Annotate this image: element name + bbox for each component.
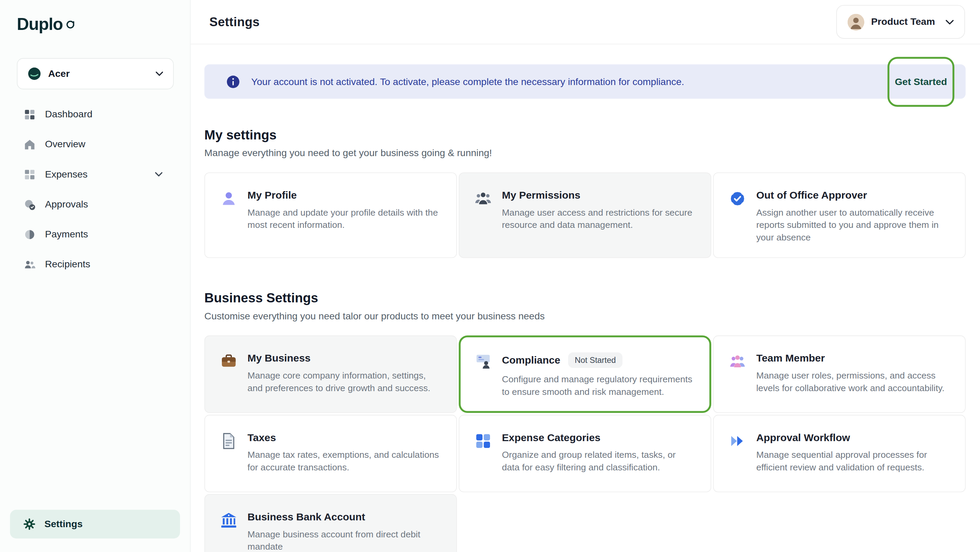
page-title: Settings — [209, 14, 259, 29]
account-menu[interactable]: Product Team — [836, 5, 965, 39]
card-description: Manage user roles, permissions, and acce… — [756, 370, 949, 394]
app-window: Duplo Acer Dashboard — [0, 0, 980, 552]
business-settings-card-grid: My Business Manage core company informat… — [205, 335, 966, 552]
section-subtitle: Manage everything you need to get your b… — [205, 147, 966, 159]
settings-card-out-of-office-approver[interactable]: Out of Office Approver Assign another us… — [713, 173, 966, 258]
expenses-grid-icon — [23, 168, 36, 180]
main-area: Settings Product Team Your account is no… — [191, 0, 980, 552]
sidebar-nav: Dashboard Overview Expenses — [0, 99, 190, 279]
settings-card-expense-categories[interactable]: Expense Categories Organize and group re… — [459, 415, 711, 492]
settings-card-my-business[interactable]: My Business Manage core company informat… — [205, 335, 457, 413]
bank-icon — [220, 512, 239, 529]
card-title: Taxes — [247, 431, 276, 444]
section-subtitle: Customise everything you need talor our … — [205, 311, 966, 322]
my-settings-card-grid: My Profile Manage and update your profil… — [205, 173, 966, 258]
card-title: Out of Office Approver — [756, 189, 867, 201]
card-description: Manage user access and restrictions for … — [502, 206, 695, 231]
brand-logo-text: Duplo — [17, 15, 63, 34]
workflow-arrows-icon — [729, 432, 748, 450]
settings-card-compliance[interactable]: Compliance Not Started Configure and man… — [459, 335, 711, 413]
section-title: Business Settings — [205, 290, 966, 305]
team-member-icon — [729, 353, 748, 370]
card-description: Assign another user to automatically rec… — [756, 206, 949, 244]
sidebar-item-label: Expenses — [45, 169, 88, 180]
card-description: Manage sequential approval processes for… — [756, 449, 949, 473]
out-of-office-badge-icon — [729, 190, 748, 207]
chevron-down-icon — [946, 19, 954, 25]
banner-message: Your account is not activated. To activa… — [251, 76, 684, 87]
card-title: Approval Workflow — [756, 431, 850, 444]
settings-card-business-bank-account[interactable]: Business Bank Account Manage business ac… — [205, 494, 457, 552]
payments-coin-icon — [23, 228, 36, 240]
sidebar-item-expenses[interactable]: Expenses — [0, 159, 190, 189]
settings-card-taxes[interactable]: Taxes Manage tax rates, exemptions, and … — [205, 415, 457, 492]
gear-icon — [23, 518, 36, 531]
dashboard-icon — [23, 108, 36, 121]
chevron-down-icon — [155, 172, 163, 177]
card-title: Expense Categories — [502, 431, 601, 444]
card-description: Configure and manage regulatory requirem… — [502, 373, 695, 398]
status-badge: Not Started — [568, 352, 623, 368]
briefcase-icon — [220, 353, 239, 370]
stage: Duplo Acer Dashboard — [0, 0, 980, 552]
profile-icon — [220, 190, 239, 207]
duplo-logo-mark-icon — [66, 21, 76, 30]
sidebar: Duplo Acer Dashboard — [0, 0, 191, 552]
get-started-highlight-annotation: Get Started — [888, 57, 955, 106]
sidebar-item-label: Dashboard — [45, 109, 92, 120]
sidebar-item-payments[interactable]: Payments — [0, 219, 190, 249]
sidebar-item-label: Approvals — [45, 198, 88, 210]
brand-logo: Duplo — [0, 0, 190, 34]
settings-card-my-permissions[interactable]: My Permissions Manage user access and re… — [459, 173, 711, 258]
sidebar-footer: Settings — [0, 510, 190, 538]
get-started-button[interactable]: Get Started — [895, 76, 947, 87]
activation-banner: Your account is not activated. To activa… — [205, 64, 966, 98]
sidebar-item-recipients[interactable]: Recipients — [0, 249, 190, 279]
card-description: Manage core company information, setting… — [247, 370, 440, 394]
sidebar-item-dashboard[interactable]: Dashboard — [0, 99, 190, 129]
top-bar: Settings Product Team — [191, 0, 980, 44]
company-name: Acer — [48, 68, 149, 79]
recipients-people-icon — [23, 258, 36, 270]
chevron-down-icon — [156, 71, 163, 76]
card-title: My Profile — [247, 189, 297, 201]
card-description: Organize and group related items, tasks,… — [502, 449, 695, 473]
company-logo-icon — [27, 67, 41, 81]
sidebar-item-label: Overview — [45, 139, 86, 150]
approvals-check-icon — [23, 198, 36, 210]
account-label: Product Team — [871, 16, 935, 27]
card-description: Manage tax rates, exemptions, and calcul… — [247, 449, 440, 473]
sidebar-item-label: Recipients — [45, 259, 90, 270]
card-title: Business Bank Account — [247, 511, 365, 523]
card-title: My Permissions — [502, 189, 581, 201]
settings-content: Your account is not activated. To activa… — [191, 44, 980, 552]
sidebar-item-label: Payments — [45, 228, 88, 240]
card-description: Manage and update your profile details w… — [247, 206, 440, 231]
section-my-settings: My settings Manage everything you need t… — [205, 127, 966, 258]
sidebar-item-label: Settings — [44, 518, 82, 530]
avatar — [847, 13, 864, 30]
info-icon — [226, 75, 240, 88]
card-description: Manage business account from direct debi… — [247, 528, 440, 552]
card-title: My Business — [247, 352, 310, 364]
company-selector[interactable]: Acer — [17, 58, 174, 89]
settings-card-my-profile[interactable]: My Profile Manage and update your profil… — [205, 173, 457, 258]
section-business-settings: Business Settings Customise everything y… — [205, 290, 966, 552]
settings-card-approval-workflow[interactable]: Approval Workflow Manage sequential appr… — [713, 415, 966, 492]
sidebar-item-overview[interactable]: Overview — [0, 129, 190, 159]
compliance-icon — [474, 353, 493, 370]
categories-grid-icon — [474, 432, 493, 450]
card-title: Team Member — [756, 352, 825, 364]
sidebar-item-approvals[interactable]: Approvals — [0, 189, 190, 219]
taxes-document-icon — [220, 432, 239, 450]
permissions-icon — [474, 190, 493, 207]
section-title: My settings — [205, 127, 966, 143]
sidebar-item-settings[interactable]: Settings — [10, 510, 180, 538]
card-title: Compliance — [502, 354, 560, 366]
settings-card-team-member[interactable]: Team Member Manage user roles, permissio… — [713, 335, 966, 413]
overview-home-icon — [23, 138, 36, 150]
